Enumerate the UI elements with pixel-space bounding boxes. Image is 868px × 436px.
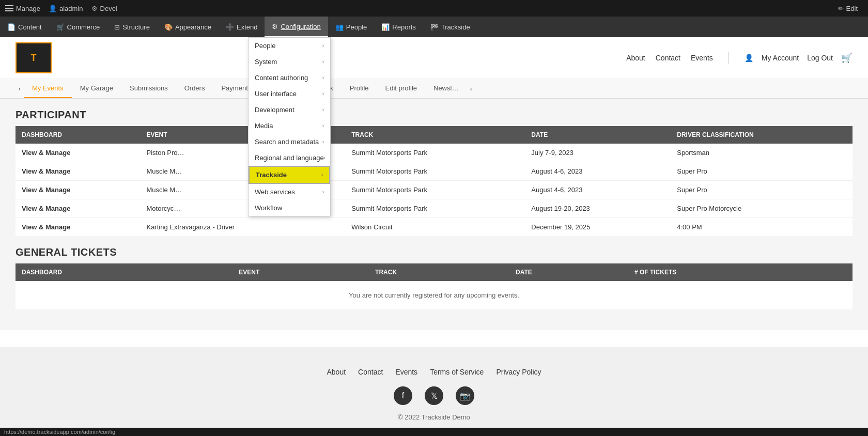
chevron-right-icon: ›	[322, 91, 324, 97]
logo-text: T	[31, 53, 37, 64]
classification-cell: Super Pro Motorcycle	[671, 199, 853, 218]
user-menu[interactable]: 👤 aiadmin	[49, 5, 83, 12]
instagram-icon[interactable]: 📷	[456, 386, 474, 405]
nav-commerce[interactable]: 🛒 Commerce	[49, 17, 107, 37]
nav-people-label: People	[346, 23, 367, 31]
classification-cell: Super Pro	[671, 162, 853, 181]
dropdown-media[interactable]: Media ›	[249, 118, 330, 134]
table-row: View & Manage Muscle M… Summit Motorspor…	[16, 162, 853, 181]
dropdown-user-interface-label: User interface	[255, 90, 297, 98]
tab-my-garage[interactable]: My Garage	[72, 79, 121, 98]
footer-about-link[interactable]: About	[327, 368, 346, 376]
footer-tos-link[interactable]: Terms of Service	[430, 368, 484, 376]
dropdown-trackside-label: Trackside	[256, 171, 287, 179]
chevron-right-icon: ›	[321, 172, 323, 178]
dropdown-development[interactable]: Development ›	[249, 102, 330, 118]
tab-submissions[interactable]: Submissions	[121, 79, 176, 98]
view-manage-link[interactable]: View & Manage	[16, 144, 141, 162]
contact-link[interactable]: Contact	[656, 54, 680, 62]
nav-appearance-label: Appearance	[175, 23, 211, 31]
admin-toolbar: Manage 👤 aiadmin ⚙ Devel ✏ Edit	[0, 0, 868, 17]
dropdown-content-authoring[interactable]: Content authoring ›	[249, 70, 330, 86]
nav-people[interactable]: 👥 People	[328, 17, 374, 37]
chevron-right-icon: ›	[324, 155, 326, 161]
edit-button[interactable]: ✏ Edit	[838, 5, 858, 12]
about-link[interactable]: About	[626, 54, 645, 62]
view-manage-link[interactable]: View & Manage	[16, 181, 141, 199]
reports-icon: 📊	[381, 23, 390, 31]
table-row: View & Manage Piston Pro… Summit Motorsp…	[16, 144, 853, 162]
events-link[interactable]: Events	[691, 54, 713, 62]
tab-my-events[interactable]: My Events	[24, 79, 72, 98]
username-label: aiadmin	[59, 5, 83, 12]
tab-prev-arrow[interactable]: ‹	[16, 81, 24, 97]
tab-newsletter[interactable]: Newsl…	[425, 79, 467, 98]
logo-box: T	[16, 42, 52, 73]
dropdown-user-interface[interactable]: User interface ›	[249, 86, 330, 102]
nav-structure[interactable]: ⊞ Structure	[107, 17, 157, 37]
nav-content-label: Content	[18, 23, 42, 31]
dropdown-people[interactable]: People ›	[249, 38, 330, 54]
classification-cell: 4:00 PM	[671, 218, 853, 237]
hamburger-icon	[5, 5, 13, 11]
log-out-link[interactable]: Log Out	[807, 54, 833, 62]
site-header: T About Contact Events 👤 My Account Log …	[0, 37, 868, 79]
empty-message: You are not currently registered for any…	[16, 281, 853, 309]
nav-appearance[interactable]: 🎨 Appearance	[157, 17, 219, 37]
tab-next-arrow[interactable]: ›	[467, 81, 475, 97]
dropdown-regional-language[interactable]: Regional and language ›	[249, 150, 330, 166]
view-manage-link[interactable]: View & Manage	[16, 218, 141, 237]
dropdown-trackside[interactable]: Trackside ›	[249, 166, 330, 184]
chevron-right-icon: ›	[322, 139, 324, 145]
dropdown-web-services[interactable]: Web services ›	[249, 184, 330, 200]
dropdown-workflow[interactable]: Workflow	[249, 200, 330, 216]
nav-content[interactable]: 📄 Content	[0, 17, 49, 37]
dropdown-search-metadata[interactable]: Search and metadata ›	[249, 134, 330, 150]
footer-copyright: © 2022 Trackside Demo	[10, 413, 858, 421]
dropdown-web-services-label: Web services	[255, 188, 295, 196]
cart-icon[interactable]: 🛒	[841, 52, 853, 64]
hamburger-menu[interactable]: Manage	[5, 5, 40, 12]
tab-profile[interactable]: Profile	[342, 79, 377, 98]
footer-contact-link[interactable]: Contact	[358, 368, 383, 376]
dropdown-system[interactable]: System ›	[249, 54, 330, 70]
header-actions: 👤 My Account Log Out 🛒	[745, 52, 853, 64]
date-cell: December 19, 2025	[525, 218, 671, 237]
manage-label: Manage	[16, 5, 40, 12]
gear-icon: ⚙	[91, 5, 98, 12]
table-row: View & Manage Muscle M… Summit Motorspor…	[16, 181, 853, 199]
chevron-right-icon: ›	[322, 59, 324, 65]
footer-events-link[interactable]: Events	[395, 368, 417, 376]
col-event-gt: EVENT	[233, 263, 369, 281]
nav-extend[interactable]: ➕ Extend	[219, 17, 265, 37]
table-row: View & Manage Karting Extravaganza - Dri…	[16, 218, 853, 237]
header-divider	[729, 52, 729, 64]
nav-reports[interactable]: 📊 Reports	[374, 17, 423, 37]
participant-table: DASHBOARD EVENT TRACK DATE DRIVER CLASSI…	[16, 126, 853, 236]
participant-section-title: PARTICIPANT	[16, 109, 853, 121]
nav-trackside[interactable]: 🏁 Trackside	[423, 17, 477, 37]
my-account-link[interactable]: My Account	[762, 54, 799, 62]
tab-edit-profile[interactable]: Edit profile	[377, 79, 425, 98]
nav-configuration[interactable]: ⚙ Configuration	[265, 17, 328, 37]
nav-structure-label: Structure	[122, 23, 150, 31]
status-url: https://demo.tracksideapp.com/admin/conf…	[4, 429, 115, 431]
dropdown-regional-language-label: Regional and language	[255, 154, 324, 162]
date-cell: August 19-20, 2023	[525, 199, 671, 218]
devel-menu[interactable]: ⚙ Devel	[91, 5, 117, 12]
footer-privacy-link[interactable]: Privacy Policy	[496, 368, 541, 376]
twitter-icon[interactable]: 𝕏	[425, 386, 443, 405]
dropdown-search-metadata-label: Search and metadata	[255, 138, 319, 146]
track-cell: Summit Motorsports Park	[345, 162, 525, 181]
view-manage-link[interactable]: View & Manage	[16, 199, 141, 218]
devel-label: Devel	[100, 5, 117, 12]
track-cell: Summit Motorsports Park	[345, 144, 525, 162]
dropdown-system-label: System	[255, 58, 277, 66]
col-track-gt: TRACK	[369, 263, 509, 281]
commerce-icon: 🛒	[56, 23, 65, 31]
tab-orders[interactable]: Orders	[176, 79, 213, 98]
view-manage-link[interactable]: View & Manage	[16, 162, 141, 181]
col-date-gt: DATE	[509, 263, 628, 281]
date-cell: August 4-6, 2023	[525, 162, 671, 181]
facebook-icon[interactable]: f	[394, 386, 412, 405]
